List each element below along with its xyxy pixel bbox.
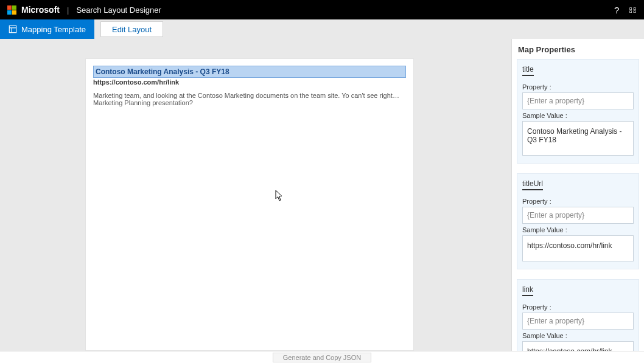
divider: |	[67, 5, 69, 15]
edit-layout-button[interactable]: Edit Layout	[100, 21, 163, 37]
tab-mapping-template[interactable]: Mapping Template	[0, 19, 94, 39]
property-group-title[interactable]: title Property : Sample Value : Contoso …	[517, 59, 639, 164]
panel-heading: Map Properties	[517, 43, 639, 59]
svg-rect-0	[9, 26, 16, 32]
generate-label: Generate and Copy JSON	[283, 354, 361, 361]
sample-label: Sample Value :	[522, 112, 634, 119]
top-bar-right: ? ▫▫▫▫	[614, 5, 637, 15]
property-input[interactable]	[522, 207, 634, 224]
edit-layout-label: Edit Layout	[112, 25, 152, 34]
sample-value[interactable]: Contoso Marketing Analysis - Q3 FY18	[522, 121, 634, 156]
preview-card[interactable]: Contoso Marketing Analysis - Q3 FY18 htt…	[85, 58, 414, 351]
property-group-link[interactable]: link Property : Sample Value : https://c…	[517, 279, 639, 351]
property-name: link	[522, 285, 533, 296]
top-bar-left: Microsoft | Search Layout Designer	[7, 5, 161, 15]
property-name: titleUrl	[522, 179, 543, 190]
card-url: https://contoso.com/hr/link	[93, 78, 406, 86]
property-input[interactable]	[522, 313, 634, 330]
tab-row: Mapping Template Edit Layout	[0, 19, 644, 39]
sample-value[interactable]: https://contoso.com/hr/link	[522, 341, 634, 351]
microsoft-logo-icon	[7, 5, 16, 15]
top-bar: Microsoft | Search Layout Designer ? ▫▫▫…	[0, 0, 644, 19]
card-title[interactable]: Contoso Marketing Analysis - Q3 FY18	[93, 66, 406, 78]
property-name: title	[522, 65, 534, 76]
card-snippet: Marketing team, and looking at the Conto…	[93, 92, 406, 106]
template-icon	[9, 25, 17, 33]
app-title: Search Layout Designer	[76, 5, 161, 15]
footer-bar: Generate and Copy JSON	[0, 351, 644, 363]
property-input[interactable]	[522, 92, 634, 109]
property-label: Property :	[522, 198, 634, 205]
property-label: Property :	[522, 83, 634, 91]
workspace: Contoso Marketing Analysis - Q3 FY18 htt…	[0, 39, 644, 351]
map-properties-panel: Map Properties title Property : Sample V…	[511, 39, 644, 351]
generate-copy-json-button[interactable]: Generate and Copy JSON	[273, 353, 371, 362]
sample-label: Sample Value :	[522, 226, 634, 233]
app-launcher-icon[interactable]: ▫▫▫▫	[629, 7, 637, 13]
sample-value[interactable]: https://contoso.com/hr/link	[522, 235, 634, 261]
property-group-titleurl[interactable]: titleUrl Property : Sample Value : https…	[517, 173, 639, 269]
canvas-area: Contoso Marketing Analysis - Q3 FY18 htt…	[0, 39, 511, 351]
brand-label: Microsoft	[21, 5, 60, 15]
tab-mapping-label: Mapping Template	[21, 25, 86, 34]
sample-label: Sample Value :	[522, 332, 634, 339]
help-icon[interactable]: ?	[614, 5, 619, 15]
property-label: Property :	[522, 303, 634, 311]
